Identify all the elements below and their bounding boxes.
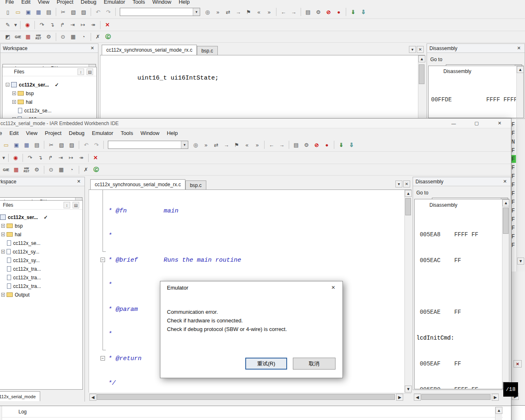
menu-tools[interactable]: Tools <box>129 0 148 5</box>
fold-collapse-icon[interactable] <box>100 258 105 262</box>
gie-button[interactable] <box>1 165 11 174</box>
new-document-icon[interactable] <box>0 140 1 149</box>
undo-icon[interactable] <box>81 140 91 149</box>
tree-item-hal[interactable]: hal <box>0 230 82 239</box>
minimize-button[interactable] <box>442 119 465 128</box>
scrollbar-thumb[interactable] <box>97 394 395 400</box>
chevron-down-icon[interactable] <box>1 153 6 162</box>
tree-item-file[interactable]: cc112x_sy... <box>0 247 82 256</box>
make-icon[interactable] <box>291 140 301 149</box>
stop-debugging-icon[interactable] <box>103 21 112 30</box>
undo-icon[interactable] <box>93 7 103 16</box>
sort-icon[interactable] <box>64 202 70 208</box>
category-icon[interactable] <box>87 68 93 75</box>
breakpoint-grid-icon[interactable] <box>23 32 33 41</box>
step-over-icon[interactable] <box>25 153 35 162</box>
next-bookmark-icon[interactable] <box>264 7 274 16</box>
open-folder-icon[interactable] <box>1 140 11 149</box>
navigate-back-icon[interactable] <box>278 7 288 16</box>
menu-emulator[interactable]: Emulator <box>100 0 129 5</box>
menu-view[interactable]: View <box>22 128 41 138</box>
cut-icon[interactable] <box>46 140 56 149</box>
chevron-down-icon[interactable] <box>193 8 200 16</box>
copy-icon[interactable] <box>57 140 66 149</box>
maximize-button[interactable] <box>465 119 488 128</box>
step-into-icon[interactable] <box>35 153 45 162</box>
dialog-titlebar[interactable]: Emulator <box>160 281 342 294</box>
tab-rx-c[interactable]: cc112x_synchronous_serial_mode_rx.c <box>90 179 185 189</box>
menu-help[interactable]: Help <box>175 0 194 5</box>
menu-help[interactable]: Help <box>163 128 182 138</box>
scroll-left-icon[interactable] <box>89 394 96 401</box>
stop-debugging-icon[interactable] <box>91 153 100 162</box>
menu-debug[interactable]: Debug <box>65 128 88 138</box>
cycle-counter-icon[interactable] <box>79 32 89 41</box>
cut-icon[interactable] <box>58 7 68 16</box>
clock-control-icon[interactable] <box>103 32 113 41</box>
close-button[interactable] <box>488 119 511 128</box>
replace-icon[interactable] <box>211 140 221 149</box>
compile-icon[interactable] <box>301 140 311 149</box>
goto-icon[interactable] <box>221 140 231 149</box>
tab-bsp-c[interactable]: bsp.c <box>197 46 218 55</box>
stop-build-icon[interactable] <box>324 7 333 16</box>
category-icon[interactable] <box>73 202 79 208</box>
editor-vscrollbar[interactable] <box>404 190 411 393</box>
make-icon[interactable] <box>303 7 313 16</box>
tree-item-bsp[interactable]: bsp <box>2 89 96 98</box>
debug-no-download-icon[interactable] <box>347 140 356 149</box>
toggle-bookmark-icon[interactable] <box>244 7 253 16</box>
panel-titlebar[interactable]: Disassembly <box>427 44 525 53</box>
toggle-breakpoint-icon[interactable] <box>322 140 332 149</box>
panel-titlebar[interactable]: Workspace <box>0 177 84 186</box>
power-icon[interactable] <box>3 32 13 41</box>
menu-window[interactable]: Window <box>148 0 175 5</box>
prev-bookmark-icon[interactable] <box>242 140 252 149</box>
next-bookmark-icon[interactable] <box>252 140 262 149</box>
clock-setup-icon[interactable] <box>44 32 54 41</box>
disassembly-view[interactable]: Disassembly 00FFDE FFFF FFFF FF 00FFE2 F… <box>428 66 524 118</box>
disassembly-vscrollbar[interactable] <box>516 66 523 118</box>
menu-edit[interactable]: Edit <box>6 128 22 138</box>
break-icon[interactable] <box>23 21 32 30</box>
save-all-icon[interactable] <box>34 7 43 16</box>
scrollbar-thumb[interactable] <box>419 64 425 84</box>
redo-icon[interactable] <box>91 140 101 149</box>
go-icon[interactable] <box>76 153 86 162</box>
memory-grid-icon[interactable] <box>57 165 66 174</box>
scrollbar-thumb[interactable] <box>421 394 491 400</box>
log-vscrollbar[interactable] <box>495 407 502 420</box>
replace-icon[interactable] <box>223 7 233 16</box>
save-all-icon[interactable] <box>22 140 32 149</box>
run-to-cursor-icon[interactable] <box>66 153 76 162</box>
disassembly-hscrollbar[interactable] <box>414 393 499 400</box>
menu-window[interactable]: Window <box>137 128 163 138</box>
scroll-right-icon[interactable] <box>396 394 403 401</box>
strip-close-icon[interactable] <box>514 360 522 368</box>
expand-icon[interactable] <box>12 91 16 95</box>
tree-item-file[interactable]: cc112x_se... <box>0 239 82 247</box>
print-icon[interactable] <box>32 140 42 149</box>
expand-icon[interactable] <box>1 293 5 297</box>
tab-rx-c[interactable]: cc112x_synchronous_serial_mode_rx.c <box>102 45 197 55</box>
step-out-icon[interactable] <box>57 21 67 30</box>
step-over-icon[interactable] <box>37 21 47 30</box>
breakpoint-grid-icon[interactable] <box>11 165 21 174</box>
tree-item-file[interactable]: cc112x_tra... <box>0 265 82 273</box>
tree-item-output[interactable]: Output <box>0 290 82 299</box>
break-icon[interactable] <box>11 153 21 162</box>
disassembly-view[interactable]: Disassembly 005EA8 FFFF FF 005EAC FF 005… <box>414 199 509 389</box>
find-icon[interactable] <box>203 7 212 16</box>
save-icon[interactable] <box>23 7 33 16</box>
power-icon[interactable] <box>0 165 1 174</box>
download-debug-icon[interactable] <box>336 140 346 149</box>
navigate-forward-icon[interactable] <box>277 140 287 149</box>
find-next-icon[interactable] <box>213 7 223 16</box>
tree-item-project[interactable]: cc112x_ser... ✓ <box>2 80 96 89</box>
go-icon[interactable] <box>88 21 98 30</box>
find-combobox[interactable] <box>120 8 200 16</box>
step-into-icon[interactable] <box>47 21 57 30</box>
scroll-down-icon[interactable] <box>517 258 524 265</box>
cancel-button[interactable]: 取消 <box>293 358 336 370</box>
editor-hscrollbar[interactable] <box>89 393 411 400</box>
